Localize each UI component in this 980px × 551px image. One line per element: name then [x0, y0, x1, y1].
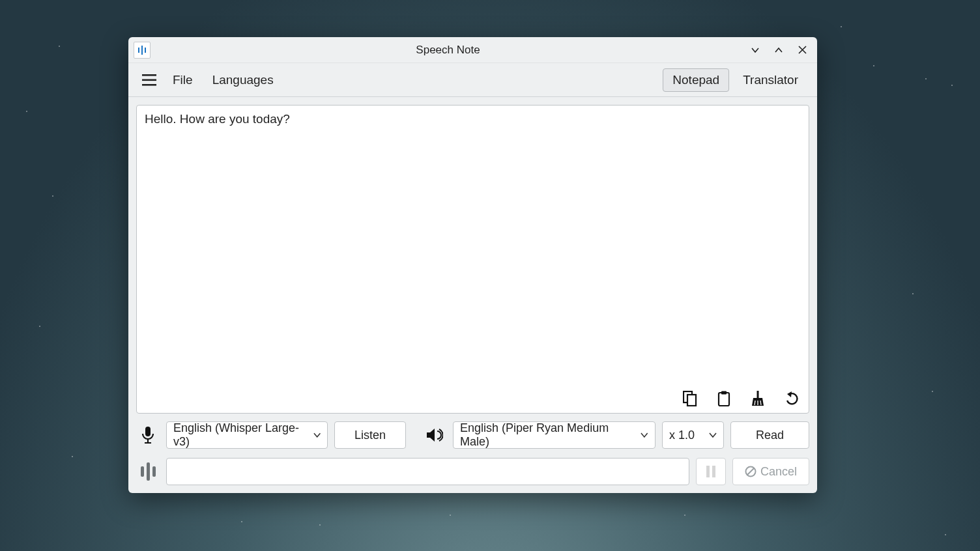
app-icon [134, 42, 151, 59]
menu-languages[interactable]: Languages [205, 69, 281, 91]
note-textarea[interactable]: Hello. How are you today? [137, 106, 809, 413]
read-button[interactable]: Read [730, 421, 809, 449]
tab-notepad[interactable]: Notepad [663, 68, 729, 92]
svg-rect-3 [142, 74, 156, 76]
svg-rect-17 [706, 466, 710, 477]
stt-model-label: English (Whisper Large-v3) [173, 421, 308, 449]
mic-icon [136, 426, 160, 444]
paste-button[interactable] [716, 391, 732, 406]
cancel-button[interactable]: Cancel [732, 458, 809, 485]
waveform-icon [136, 462, 160, 481]
tts-speed-select[interactable]: x 1.0 [662, 421, 724, 449]
tab-translator[interactable]: Translator [733, 68, 808, 92]
copy-icon [683, 391, 697, 406]
speaker-icon [423, 427, 446, 443]
svg-rect-7 [687, 395, 696, 406]
note-area: Hello. How are you today? [136, 105, 809, 414]
svg-line-20 [747, 468, 754, 475]
close-icon [798, 46, 807, 54]
hamburger-icon [142, 74, 156, 86]
stt-model-select[interactable]: English (Whisper Large-v3) [166, 421, 328, 449]
pause-button[interactable] [696, 458, 726, 485]
cancel-label: Cancel [760, 465, 797, 479]
svg-rect-9 [721, 391, 727, 395]
chevron-up-icon [774, 46, 783, 55]
progress-bar[interactable] [166, 458, 689, 485]
undo-icon [784, 391, 800, 406]
undo-button[interactable] [784, 391, 800, 406]
window-title: Speech Note [154, 44, 742, 57]
copy-button[interactable] [682, 391, 698, 406]
pause-icon [706, 466, 716, 477]
minimize-button[interactable] [745, 40, 765, 60]
svg-rect-2 [145, 48, 146, 53]
svg-rect-18 [712, 466, 715, 477]
maximize-button[interactable] [769, 40, 788, 60]
clipboard-icon [717, 391, 730, 406]
svg-rect-1 [141, 46, 143, 55]
text-actions [682, 391, 800, 406]
tts-voice-label: English (Piper Ryan Medium Male) [460, 421, 635, 449]
titlebar: Speech Note [128, 37, 817, 63]
broom-icon [751, 391, 764, 406]
hamburger-menu-button[interactable] [137, 68, 161, 92]
toolbar: File Languages Notepad Translator [128, 63, 817, 97]
tts-speed-label: x 1.0 [669, 429, 695, 442]
svg-rect-14 [145, 427, 151, 436]
close-button[interactable] [792, 40, 812, 60]
app-window: Speech Note File Languages [128, 37, 817, 493]
svg-rect-8 [719, 393, 729, 406]
svg-rect-10 [757, 391, 759, 398]
bottom-panel: English (Whisper Large-v3) Listen Englis… [128, 421, 817, 493]
listen-button[interactable]: Listen [334, 421, 406, 449]
chevron-down-icon [709, 432, 717, 438]
chevron-down-icon [641, 432, 648, 438]
chevron-down-icon [313, 432, 321, 438]
svg-rect-5 [142, 84, 156, 86]
clear-button[interactable] [750, 391, 766, 406]
cancel-icon [745, 466, 757, 477]
menu-file[interactable]: File [165, 69, 201, 91]
tts-voice-select[interactable]: English (Piper Ryan Medium Male) [453, 421, 656, 449]
svg-rect-0 [138, 48, 139, 53]
chevron-down-icon [751, 46, 760, 55]
svg-rect-4 [142, 79, 156, 81]
content-area: Hello. How are you today? [128, 97, 817, 421]
